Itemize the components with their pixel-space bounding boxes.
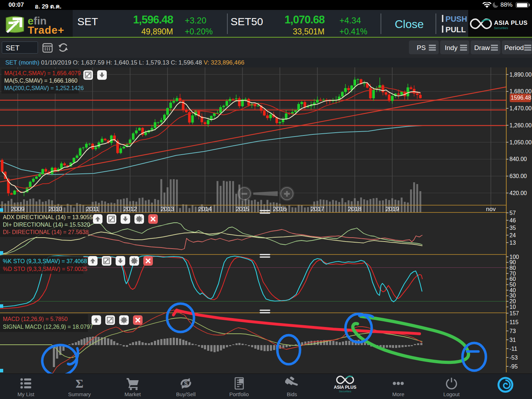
- svg-text:1596.48: 1596.48: [511, 95, 531, 101]
- svg-text:2017: 2017: [311, 206, 324, 212]
- svg-text:13: 13: [510, 240, 516, 246]
- svg-text:Σ: Σ: [76, 377, 83, 390]
- svg-text:2011: 2011: [86, 206, 99, 212]
- svg-text:2018: 2018: [348, 206, 361, 212]
- svg-text:DI- DIRECTIONAL (14) = 27.5638: DI- DIRECTIONAL (14) = 27.5638: [3, 229, 89, 235]
- svg-text:115: 115: [510, 319, 519, 325]
- svg-text:20: 20: [510, 298, 516, 304]
- svg-text:2014: 2014: [198, 206, 212, 212]
- svg-text:57: 57: [510, 210, 516, 216]
- svg-text:10: 10: [510, 304, 516, 310]
- svg-text:ADX DIRECTIONAL (14) = 13.9055: ADX DIRECTIONAL (14) = 13.9055: [3, 214, 93, 220]
- svg-text:MA(5,C,SMAV) = 1,666.1860: MA(5,C,SMAV) = 1,666.1860: [4, 78, 78, 84]
- svg-text:1,470.00: 1,470.00: [510, 105, 532, 111]
- svg-text:1,260.00: 1,260.00: [510, 122, 532, 128]
- svg-text:157: 157: [510, 310, 519, 316]
- svg-text:60: 60: [510, 276, 516, 282]
- svg-text:2013: 2013: [161, 206, 174, 212]
- svg-text:MACD (12,26,9) = 5.7850: MACD (12,26,9) = 5.7850: [3, 316, 68, 322]
- svg-text:MA(200,C,SMAV) = 1,252.1426: MA(200,C,SMAV) = 1,252.1426: [4, 85, 84, 91]
- svg-text:2012: 2012: [123, 206, 137, 212]
- svg-text:MA(14,C,SMAV) = 1,656.4079: MA(14,C,SMAV) = 1,656.4079: [4, 70, 81, 76]
- svg-text:SIGNAL MACD (12,26,9) = 18.079: SIGNAL MACD (12,26,9) = 18.0797: [3, 324, 93, 330]
- svg-text:31: 31: [510, 337, 516, 343]
- svg-text:1,890.00: 1,890.00: [510, 72, 532, 78]
- svg-text:-53: -53: [510, 355, 518, 361]
- svg-text:1,050.00: 1,050.00: [510, 139, 532, 145]
- svg-text:50: 50: [510, 282, 516, 288]
- svg-text:90: 90: [510, 259, 516, 265]
- svg-text:2010: 2010: [49, 206, 62, 212]
- svg-text:$: $: [184, 380, 188, 387]
- svg-text:24: 24: [510, 232, 516, 238]
- svg-text:1,680.00: 1,680.00: [510, 88, 532, 94]
- svg-text:40: 40: [510, 287, 516, 293]
- svg-text:35: 35: [510, 225, 516, 231]
- svg-text:2015: 2015: [236, 206, 249, 212]
- svg-text:70: 70: [510, 271, 516, 277]
- svg-text:DI+ DIRECTIONAL (14) = 15.5320: DI+ DIRECTIONAL (14) = 15.5320: [3, 222, 90, 228]
- svg-text:2019: 2019: [386, 206, 399, 212]
- svg-text:100: 100: [510, 254, 519, 260]
- svg-text:2016: 2016: [273, 206, 287, 212]
- svg-text:73: 73: [510, 328, 516, 334]
- svg-text:%K STO (9,3,3,SMAV) = 37.4068: %K STO (9,3,3,SMAV) = 37.4068: [3, 258, 87, 264]
- svg-text:80: 80: [510, 265, 516, 271]
- svg-text:%D STO (9,3,3,SMAV) = 57.0025: %D STO (9,3,3,SMAV) = 57.0025: [3, 266, 87, 272]
- svg-text:630.00: 630.00: [510, 173, 527, 179]
- svg-text:840.00: 840.00: [510, 156, 527, 162]
- svg-text:nov: nov: [486, 206, 496, 212]
- svg-text:420.00: 420.00: [510, 190, 527, 196]
- svg-text:-95: -95: [510, 364, 518, 370]
- svg-text:30: 30: [510, 293, 516, 299]
- svg-text:-11: -11: [510, 346, 517, 352]
- svg-text:2009: 2009: [11, 206, 24, 212]
- svg-text:46: 46: [510, 217, 516, 223]
